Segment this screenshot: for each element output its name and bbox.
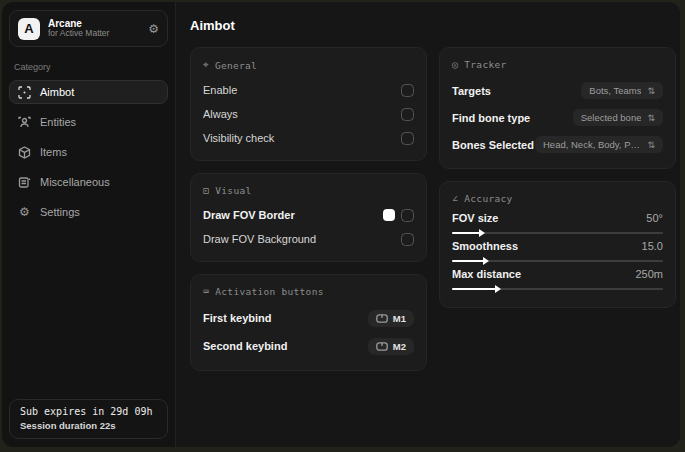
fov-size-value: 50° (646, 212, 663, 224)
slider-thumb[interactable] (495, 285, 501, 293)
max-distance-row: Max distance 250m (452, 268, 663, 290)
accuracy-card: ∠ Accuracy FOV size 50° (439, 181, 676, 308)
entity-scan-icon (18, 116, 31, 129)
visual-card: ⊡ Visual Draw FOV Border Draw FOV Backgr… (190, 173, 427, 262)
app-header: A Arcane for Active Matter ⚙ (9, 10, 168, 47)
setting-row: Targets Bots, Teams ⇅ (452, 78, 663, 103)
app-logo: A (18, 18, 40, 40)
gear-icon: ⚙ (18, 205, 31, 219)
fov-size-label: FOV size (452, 212, 498, 224)
activation-card: ⌨ Activation buttons First keybind M1 (190, 274, 427, 371)
draw-fov-background-label: Draw FOV Background (203, 233, 316, 245)
second-keybind-button[interactable]: M2 (368, 338, 414, 355)
setting-row: Bones Selected Head, Neck, Body, Pe... ⇅ (452, 132, 663, 157)
draw-fov-background-checkbox[interactable] (401, 233, 414, 246)
chevron-up-down-icon: ⇅ (647, 113, 655, 123)
visibility-check-label: Visibility check (203, 132, 274, 144)
crosshair-icon: ⌖ (203, 59, 209, 71)
first-keybind-label: First keybind (203, 312, 271, 324)
sub-expiry-text: Sub expires in 29d 09h (20, 406, 157, 417)
slider-fill (452, 232, 482, 234)
page-title: Aimbot (190, 18, 676, 33)
tracker-icon: ◎ (452, 59, 458, 70)
sidebar-item-items[interactable]: Items (9, 140, 168, 164)
draw-fov-border-label: Draw FOV Border (203, 209, 295, 221)
smoothness-row: Smoothness 15.0 (452, 240, 663, 262)
misc-list-icon (18, 176, 31, 189)
main-content: Aimbot ⌖ General Enable Always (176, 2, 680, 447)
max-distance-slider[interactable] (452, 288, 663, 290)
fov-size-slider[interactable] (452, 232, 663, 234)
mouse-icon (376, 342, 388, 351)
angle-icon: ∠ (452, 193, 458, 204)
slider-thumb[interactable] (479, 229, 485, 237)
targets-value: Bots, Teams (589, 85, 641, 96)
category-label: Category (14, 62, 168, 72)
targets-label: Targets (452, 85, 491, 97)
bones-selected-value: Head, Neck, Body, Pe... (543, 139, 641, 150)
sidebar-nav: Aimbot Entities Items (9, 80, 168, 224)
sidebar-item-miscellaneous[interactable]: Miscellaneous (9, 170, 168, 194)
setting-row: First keybind M1 (203, 305, 414, 331)
gear-icon[interactable]: ⚙ (148, 22, 159, 36)
sidebar-item-entities[interactable]: Entities (9, 110, 168, 134)
sidebar-item-label: Miscellaneous (40, 176, 110, 188)
accuracy-section-title: Accuracy (464, 193, 512, 204)
slider-fill (452, 260, 486, 262)
smoothness-label: Smoothness (452, 240, 518, 252)
sidebar-item-aimbot[interactable]: Aimbot (9, 80, 168, 104)
always-label: Always (203, 108, 238, 120)
find-bone-type-label: Find bone type (452, 112, 530, 124)
enable-checkbox[interactable] (401, 84, 414, 97)
max-distance-label: Max distance (452, 268, 521, 280)
smoothness-slider[interactable] (452, 260, 663, 262)
activation-section-title: Activation buttons (215, 286, 323, 297)
visibility-check-checkbox[interactable] (401, 132, 414, 145)
sidebar-item-settings[interactable]: ⚙ Settings (9, 200, 168, 224)
max-distance-value: 250m (635, 268, 663, 280)
setting-row: Draw FOV Background (203, 228, 414, 250)
second-keybind-value: M2 (393, 341, 406, 352)
cube-icon (18, 146, 31, 159)
slider-thumb[interactable] (483, 257, 489, 265)
chevron-up-down-icon: ⇅ (647, 86, 655, 96)
fov-size-row: FOV size 50° (452, 212, 663, 234)
find-bone-type-value: Selected bone (581, 112, 642, 123)
fov-border-color-swatch[interactable] (383, 209, 395, 221)
sidebar: A Arcane for Active Matter ⚙ Category Ai… (2, 2, 176, 447)
slider-fill (452, 288, 498, 290)
app-window: A Arcane for Active Matter ⚙ Category Ai… (2, 2, 680, 447)
session-duration-text: Session duration 22s (20, 420, 157, 431)
tracker-section-title: Tracker (464, 59, 506, 70)
chevron-up-down-icon: ⇅ (647, 140, 655, 150)
visual-section-title: Visual (215, 185, 251, 196)
general-card: ⌖ General Enable Always Visibility check (190, 47, 427, 161)
always-checkbox[interactable] (401, 108, 414, 121)
app-logo-letter: A (24, 21, 33, 36)
sidebar-item-label: Aimbot (40, 86, 74, 98)
setting-row: Find bone type Selected bone ⇅ (452, 105, 663, 130)
targets-dropdown[interactable]: Bots, Teams ⇅ (581, 82, 663, 99)
monitor-icon: ⊡ (203, 185, 209, 196)
tracker-card: ◎ Tracker Targets Bots, Teams ⇅ Find bon… (439, 47, 676, 169)
second-keybind-label: Second keybind (203, 340, 287, 352)
sidebar-item-label: Entities (40, 116, 76, 128)
setting-row: Draw FOV Border (203, 204, 414, 226)
aim-frame-icon (18, 86, 31, 99)
setting-row: Enable (203, 79, 414, 101)
enable-label: Enable (203, 84, 237, 96)
keyboard-icon: ⌨ (203, 286, 209, 297)
setting-row: Visibility check (203, 127, 414, 149)
bones-selected-dropdown[interactable]: Head, Neck, Body, Pe... ⇅ (535, 136, 663, 153)
first-keybind-button[interactable]: M1 (368, 310, 414, 327)
find-bone-type-dropdown[interactable]: Selected bone ⇅ (573, 109, 663, 126)
general-section-title: General (215, 60, 257, 71)
setting-row: Always (203, 103, 414, 125)
first-keybind-value: M1 (393, 313, 406, 324)
sidebar-item-label: Settings (40, 206, 80, 218)
draw-fov-border-checkbox[interactable] (401, 209, 414, 222)
mouse-icon (376, 314, 388, 323)
setting-row: Second keybind M2 (203, 333, 414, 359)
bones-selected-label: Bones Selected (452, 139, 534, 151)
sidebar-item-label: Items (40, 146, 67, 158)
